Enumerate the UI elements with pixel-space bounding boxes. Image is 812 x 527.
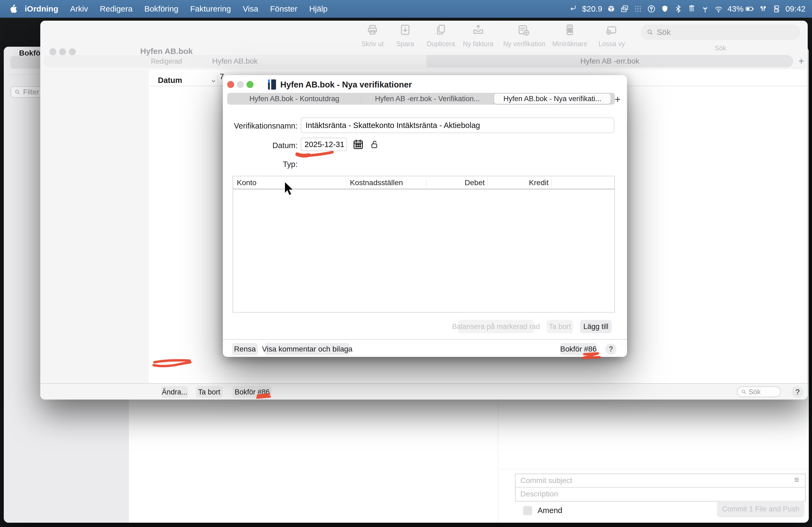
tab-label: Hyfen AB.bok - Nya verifikati...	[504, 95, 601, 103]
toolbar-label: Miniräknare	[550, 40, 590, 48]
zoom-button[interactable]	[246, 81, 253, 88]
window-title: Hyfen AB.bok	[124, 47, 209, 56]
search-icon	[646, 28, 654, 36]
menu-item-bokföring[interactable]: Bokföring	[138, 4, 184, 13]
col-kredit[interactable]: Kredit	[506, 178, 549, 187]
airpods-icon[interactable]	[758, 4, 768, 13]
undo-arrow-icon[interactable]	[569, 4, 578, 13]
battery-status[interactable]: 43%	[727, 4, 754, 13]
tray-up-icon	[472, 23, 485, 36]
commit-subject-placeholder: Commit subject	[520, 476, 572, 485]
shield-icon[interactable]	[660, 4, 669, 13]
menu-item-fönster[interactable]: Fönster	[264, 4, 303, 13]
control-center-icon[interactable]	[772, 4, 781, 13]
col-kostnadsstallen[interactable]: Kostnadsställen	[350, 178, 403, 187]
document-icon	[268, 79, 276, 90]
remove-row-button[interactable]: Ta bort	[547, 320, 573, 333]
bluetooth-icon[interactable]	[674, 4, 683, 13]
toolbar-ny-faktura[interactable]: Ny faktura	[458, 23, 498, 48]
menu-item-arkiv[interactable]: Arkiv	[64, 4, 94, 13]
add-dialog-tab-button[interactable]: +	[612, 94, 624, 105]
tab-label: Hyfen AB.bok	[212, 57, 258, 65]
stock-price[interactable]: $20.9	[582, 4, 602, 13]
list-search-input[interactable]: Sök	[737, 387, 781, 397]
toolbar-ny-verifikation[interactable]: Ny verifikation	[503, 23, 543, 48]
search-icon	[14, 89, 21, 95]
toolbar-minir-knare[interactable]: Miniräknare	[550, 23, 590, 48]
tab-hyfen-ab[interactable]: Hyfen AB.bok	[44, 55, 426, 67]
menu-item-fakturering[interactable]: Fakturering	[184, 4, 237, 13]
toolbar-duplicera[interactable]: Duplicera	[421, 23, 461, 48]
toolbar-label: Ny faktura	[458, 40, 498, 48]
col-konto[interactable]: Konto	[237, 178, 257, 187]
fork-app-icon[interactable]	[647, 4, 656, 13]
table-header: Konto Kostnadsställen Debet Kredit	[233, 176, 614, 190]
tab-nya-verifikationer[interactable]: Hyfen AB.bok - Nya verifikati...	[494, 94, 611, 104]
toolbar-label: Ny verifikation	[503, 40, 543, 48]
datum-column-header[interactable]: Datum	[158, 76, 182, 85]
clock[interactable]: 09:42	[785, 4, 806, 13]
status-area: $20.943%09:42	[569, 4, 812, 13]
commit-description-input[interactable]: Description	[516, 487, 805, 500]
apple-menu-icon[interactable]	[9, 4, 19, 14]
close-button[interactable]	[227, 81, 234, 88]
close-button[interactable]	[49, 48, 56, 55]
calendar-icon[interactable]	[352, 138, 364, 150]
cube-icon[interactable]	[607, 4, 616, 13]
menu-items: iOrdningArkivRedigeraBokföringFakturerin…	[19, 4, 334, 13]
add-row-button[interactable]: Lägg till	[580, 320, 612, 333]
balance-row-button[interactable]: Balansera på markerad rad	[458, 320, 534, 333]
menu-item-iordning[interactable]: iOrdning	[19, 4, 64, 13]
window-subtitle: Redigerad	[124, 57, 209, 65]
col-divider	[346, 178, 346, 186]
minimize-button[interactable]	[237, 81, 244, 88]
menu-item-visa[interactable]: Visa	[237, 4, 264, 13]
tab-err-verifikation[interactable]: Hyfen AB -err.bok - Verifikation...	[362, 93, 493, 105]
entries-table: Konto Kostnadsställen Debet Kredit	[233, 176, 615, 313]
menu-item-redigera[interactable]: Redigera	[94, 4, 139, 13]
date-label: Datum:	[223, 141, 298, 150]
dialog-tab-bar: Hyfen AB.bok - Kontoutdrag Hyfen AB -err…	[227, 93, 615, 105]
tab-label: Hyfen AB.bok - Kontoutdrag	[249, 95, 339, 103]
windows-icon[interactable]	[620, 4, 629, 13]
dialog-help-button[interactable]: ?	[605, 344, 617, 355]
clear-button[interactable]: Rensa	[232, 343, 258, 355]
col-divider	[487, 178, 488, 186]
col-debet[interactable]: Debet	[442, 178, 485, 187]
list-plus-icon	[517, 23, 530, 36]
amend-checkbox[interactable]	[523, 506, 532, 515]
post-86-button[interactable]: Bokför #86	[560, 343, 597, 355]
chevron-down-icon	[210, 77, 217, 85]
zoom-button[interactable]	[69, 48, 76, 55]
verification-name-input[interactable]: Intäktsränta - Skattekonto Intäktsränta …	[301, 118, 614, 133]
verification-name-label: Verifikationsnamn:	[223, 122, 298, 131]
toolbar-search-input[interactable]: Sök	[641, 25, 800, 40]
tab-hyfen-ab-err[interactable]: Hyfen AB -err.bok	[426, 55, 793, 67]
dialog-title: Hyfen AB.bok - Nya verifikationer	[280, 80, 412, 90]
commit-subject-input[interactable]: Commit subject	[516, 474, 805, 487]
show-comment-button[interactable]: Visa kommentar och bilaga	[265, 343, 350, 355]
commit-box: Commit subject Description	[515, 473, 806, 501]
plant-icon[interactable]	[700, 4, 710, 13]
menu-item-hjälp[interactable]: Hjälp	[303, 4, 333, 13]
keys-icon[interactable]	[687, 4, 696, 13]
toolbar-spara[interactable]: Spara	[385, 23, 425, 48]
toolbar-lossa-vy[interactable]: Lossa vy	[592, 23, 632, 48]
change-button[interactable]: Ändra...	[161, 386, 188, 398]
tab-kontoutdrag[interactable]: Hyfen AB.bok - Kontoutdrag	[227, 93, 361, 105]
unlock-icon[interactable]	[369, 139, 380, 150]
minimize-button[interactable]	[59, 48, 66, 55]
post-entry-button[interactable]: Bokför #86	[233, 386, 272, 398]
commit-push-button[interactable]: Commit 1 File and Push	[717, 501, 804, 517]
commit-panel-divider	[498, 469, 809, 469]
doc-down-icon	[399, 23, 412, 36]
wifi-icon[interactable]	[714, 4, 723, 13]
search-icon	[741, 389, 747, 395]
remove-button[interactable]: Ta bort	[196, 386, 222, 398]
add-tab-button[interactable]: +	[795, 55, 807, 67]
help-button[interactable]: ?	[792, 386, 803, 398]
dots-grid-icon[interactable]	[634, 4, 642, 13]
date-input[interactable]: 2025-12-31	[301, 138, 347, 151]
toolbar-label: Duplicera	[421, 40, 461, 48]
hamburger-icon[interactable]	[793, 476, 800, 485]
